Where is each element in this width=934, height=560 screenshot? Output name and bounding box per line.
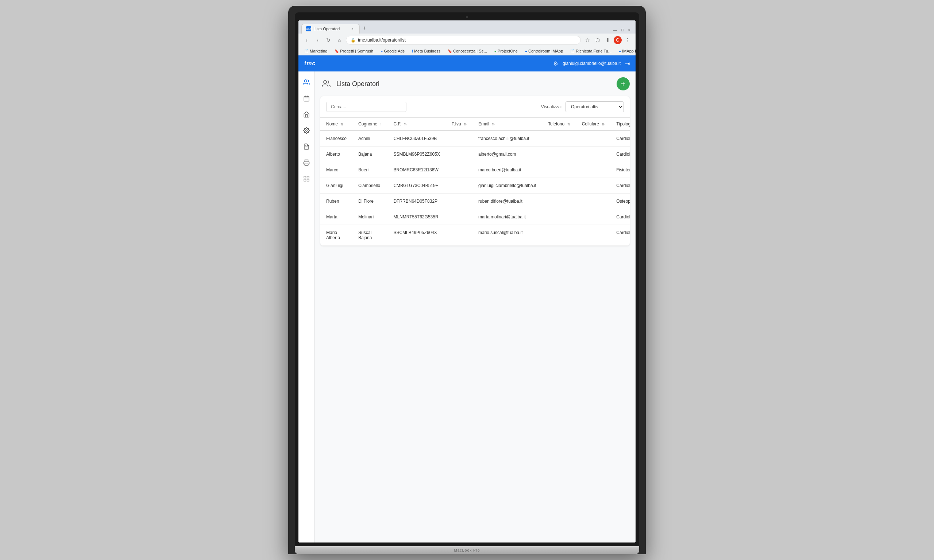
app-header: tmc ⚙ gianluigi.ciambriello@tualba.it ⇥ — [299, 55, 635, 71]
sidebar-item-printer[interactable] — [300, 156, 313, 169]
col-nome[interactable]: Nome ⇅ — [321, 118, 353, 131]
star-icon[interactable]: ☆ — [583, 36, 592, 45]
sidebar-item-calendar[interactable] — [300, 92, 313, 105]
tab-close-button[interactable]: × — [350, 26, 355, 31]
menu-button[interactable]: ⋮ — [623, 36, 632, 45]
table-row[interactable]: MartaMolinariMLNMRT55T62G535Rmarta.molin… — [321, 209, 630, 225]
cell-2: CMBGLG73C04B519F — [387, 178, 445, 194]
user-email: gianluigi.ciambriello@tualba.it — [563, 61, 621, 66]
cell-5 — [542, 209, 576, 225]
profile-icon[interactable]: G — [613, 36, 622, 44]
bookmark-richiesta[interactable]: 📄 Richiesta Ferie Tu... — [568, 48, 613, 54]
cell-7: Cardiologo — [610, 146, 630, 162]
table-row[interactable]: AlbertoBajanaSSMBLM96P052Z605Xalberto@gm… — [321, 146, 630, 162]
settings-icon[interactable]: ⚙ — [553, 60, 558, 67]
page-title: Lista Operatori — [336, 80, 379, 88]
table-card: Visualizza: Operatori attivi Operatori i… — [321, 96, 630, 246]
forward-button[interactable]: › — [313, 36, 322, 45]
data-table: Nome ⇅ Cognome ↑ C.F. — [321, 118, 630, 246]
bookmarks-bar: 📄 Marketing 🔖 Progetti | Semrush ● Googl… — [299, 47, 635, 55]
bookmark-favicon: ● — [525, 49, 527, 53]
table-row[interactable]: FrancescoAchilliCHLFNC63A01F539Bfrancesc… — [321, 131, 630, 146]
col-email[interactable]: Email ⇅ — [472, 118, 542, 131]
bookmark-marketing[interactable]: 📄 Marketing — [302, 48, 330, 54]
cell-1: Bajana — [353, 146, 387, 162]
cell-6 — [576, 194, 611, 209]
active-tab[interactable]: tmc Lista Operatori × — [301, 24, 360, 34]
cell-6 — [576, 162, 611, 178]
cell-0: Mario Alberto — [321, 225, 353, 246]
bookmark-meta-business[interactable]: f Meta Business — [410, 48, 442, 54]
bookmark-favicon: 📄 — [304, 49, 309, 53]
sort-icon-cf: ⇅ — [404, 122, 407, 126]
home-button[interactable]: ⌂ — [335, 36, 344, 45]
cell-2: MLNMRT55T62G535R — [387, 209, 445, 225]
screen-bezel: tmc Lista Operatori × + — □ × ‹ › ↻ — [295, 12, 639, 546]
bookmark-imapp-rpna[interactable]: ● IMApp RPNA — [617, 48, 635, 54]
cell-5 — [542, 146, 576, 162]
address-bar[interactable]: 🔒 tmc.tualba.it/operator/list — [346, 36, 581, 45]
camera-dot — [466, 16, 468, 18]
new-tab-button[interactable]: + — [360, 23, 369, 34]
svg-point-13 — [324, 81, 327, 83]
page-icon — [321, 78, 332, 90]
sidebar-item-home[interactable] — [300, 108, 313, 121]
table-row[interactable]: GianluigiCiambrielloCMBGLG73C04B519Fgian… — [321, 178, 630, 194]
bookmark-favicon: ● — [381, 49, 383, 53]
bookmark-favicon: f — [412, 49, 413, 53]
extensions-icon[interactable]: ⬡ — [593, 36, 602, 45]
header-right: ⚙ gianluigi.ciambriello@tualba.it ⇥ — [553, 60, 630, 67]
bookmark-projectone[interactable]: ● ProjectOne — [492, 48, 520, 54]
bookmark-conoscenza[interactable]: 🔖 Conoscenza | Se... — [445, 48, 489, 54]
cell-7: Cardiologo — [610, 131, 630, 146]
macbook-label: MacBook Pro — [454, 548, 480, 552]
bookmark-controlroom[interactable]: ● Controlroom IMApp — [523, 48, 565, 54]
bookmark-favicon: 🔖 — [334, 49, 339, 53]
col-cf[interactable]: C.F. ⇅ — [387, 118, 445, 131]
browser-tabs: tmc Lista Operatori × + — □ × — [299, 20, 635, 34]
cell-7: Cardiologo — [610, 178, 630, 194]
cell-4: alberto@gmail.com — [472, 146, 542, 162]
back-button[interactable]: ‹ — [302, 36, 311, 45]
sidebar-item-operators[interactable] — [300, 76, 313, 89]
cell-7: Fisioterapista — [610, 162, 630, 178]
col-tipologia[interactable]: Tipologia ⇅ — [610, 118, 630, 131]
svg-rect-1 — [304, 96, 309, 102]
col-piva[interactable]: P.Iva ⇅ — [446, 118, 472, 131]
close-window-button[interactable]: × — [626, 26, 633, 34]
table-row[interactable]: MarcoBoeriBROMRC63R12I136Wmarco.boeri@tu… — [321, 162, 630, 178]
cell-4: ruben.difiore@tualba.it — [472, 194, 542, 209]
svg-rect-9 — [304, 176, 306, 178]
bookmark-favicon: 📄 — [570, 49, 575, 53]
sidebar-item-settings[interactable] — [300, 124, 313, 137]
add-operator-button[interactable]: + — [617, 77, 630, 91]
cell-4: marco.boeri@tualba.it — [472, 162, 542, 178]
col-telefono[interactable]: Telefono ⇅ — [542, 118, 576, 131]
sort-icon-cognome: ↑ — [380, 122, 382, 126]
table-row[interactable]: RubenDi FioreDFRRBN64D05F832Pruben.difio… — [321, 194, 630, 209]
cell-3 — [446, 162, 472, 178]
maximize-button[interactable]: □ — [619, 26, 626, 34]
search-input[interactable] — [326, 102, 407, 112]
laptop-base: MacBook Pro — [295, 546, 639, 554]
bookmark-favicon: ● — [494, 49, 496, 53]
sidebar-item-documents[interactable] — [300, 140, 313, 153]
table-row[interactable]: Mario AlbertoSuscal BajanaSSCMLB49P05Z60… — [321, 225, 630, 246]
bookmark-semrush[interactable]: 🔖 Progetti | Semrush — [332, 48, 375, 54]
sort-icon-piva: ⇅ — [464, 122, 467, 126]
filter-select[interactable]: Operatori attivi Operatori inattivi Tutt… — [566, 102, 624, 112]
browser-chrome: tmc Lista Operatori × + — □ × ‹ › ↻ — [299, 20, 635, 55]
sidebar-item-grid[interactable] — [300, 172, 313, 185]
page-header: Lista Operatori + — [321, 77, 630, 91]
logout-icon[interactable]: ⇥ — [625, 60, 630, 67]
cell-1: Ciambriello — [353, 178, 387, 194]
reload-button[interactable]: ↻ — [324, 36, 333, 45]
bookmark-google-ads[interactable]: ● Google Ads — [378, 48, 407, 54]
download-icon[interactable]: ⬇ — [603, 36, 612, 45]
col-cognome[interactable]: Cognome ↑ — [353, 118, 387, 131]
cell-6 — [576, 131, 611, 146]
minimize-button[interactable]: — — [611, 26, 619, 34]
svg-point-5 — [305, 130, 307, 132]
lock-icon: 🔒 — [351, 38, 356, 43]
col-cellulare[interactable]: Cellulare ⇅ — [576, 118, 611, 131]
